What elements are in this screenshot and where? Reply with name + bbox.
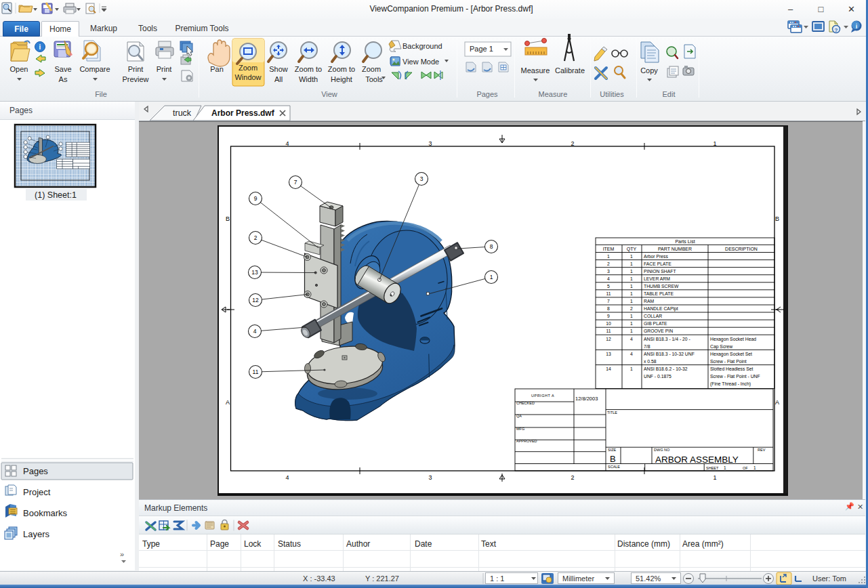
svg-text:2: 2	[571, 474, 574, 481]
svg-text:12/8/2003: 12/8/2003	[575, 396, 598, 402]
svg-text:9: 9	[254, 195, 257, 202]
svg-text:1: 1	[753, 465, 756, 470]
svg-text:View Mode: View Mode	[402, 58, 439, 66]
svg-text:Page 1: Page 1	[470, 45, 493, 53]
svg-text:3: 3	[428, 140, 432, 147]
svg-text:4: 4	[607, 276, 610, 281]
svg-text:1: 1	[713, 474, 716, 481]
svg-text:QA: QA	[516, 414, 522, 418]
svg-text:13: 13	[251, 269, 258, 276]
svg-text:DWG NO: DWG NO	[654, 448, 670, 452]
svg-text:Window: Window	[234, 73, 261, 81]
svg-text:Background: Background	[402, 42, 442, 50]
svg-text:A: A	[775, 399, 779, 406]
svg-text:1: 1	[630, 329, 633, 333]
svg-text:Zoom to: Zoom to	[295, 65, 322, 73]
svg-text:PINION SHAFT: PINION SHAFT	[644, 269, 676, 274]
svg-text:truck: truck	[173, 108, 192, 118]
svg-text:3: 3	[607, 269, 610, 274]
svg-text:Preview: Preview	[122, 75, 148, 83]
svg-text:Arbor Press: Arbor Press	[644, 254, 668, 259]
svg-text:2: 2	[571, 140, 574, 147]
svg-text:DESCRIPTION: DESCRIPTION	[725, 247, 758, 251]
svg-text:11: 11	[606, 291, 611, 296]
svg-text:i: i	[856, 23, 858, 30]
svg-text:Measure: Measure	[521, 66, 550, 75]
svg-text:Slotted Headless Set: Slotted Headless Set	[710, 366, 753, 371]
svg-text:Width: Width	[299, 75, 318, 83]
svg-text:2: 2	[607, 261, 610, 266]
svg-text:i: i	[39, 43, 41, 51]
svg-text:FACE PLATE: FACE PLATE	[644, 261, 671, 266]
svg-text:1: 1	[630, 269, 633, 274]
svg-text:Print: Print	[128, 65, 144, 73]
svg-text:SIZE: SIZE	[608, 448, 617, 452]
svg-text:Project: Project	[23, 487, 51, 497]
svg-text:HANDLE CAPlpt: HANDLE CAPlpt	[644, 306, 678, 312]
svg-text:1: 1	[630, 314, 633, 318]
svg-text:B: B	[775, 215, 779, 222]
svg-text:Zoom: Zoom	[362, 65, 381, 73]
svg-text:Tools: Tools	[365, 75, 383, 83]
svg-text:Hexagon Socket Set: Hexagon Socket Set	[710, 352, 752, 357]
svg-text:2: 2	[254, 234, 257, 241]
svg-text:Arbor Press.dwf: Arbor Press.dwf	[211, 108, 275, 118]
svg-text:SCALE: SCALE	[608, 465, 620, 469]
svg-text:8: 8	[490, 243, 493, 250]
svg-text:?: ?	[835, 27, 838, 33]
svg-text:B: B	[610, 454, 616, 464]
svg-text:1: 1	[630, 321, 633, 326]
svg-text:All: All	[274, 75, 283, 83]
svg-text:11: 11	[253, 369, 259, 375]
svg-text:Screw - Flat Point - UNF: Screw - Flat Point - UNF	[710, 374, 760, 379]
svg-text:1: 1	[630, 291, 633, 296]
svg-text:ANSI B18.3 - 10-32 UNF: ANSI B18.3 - 10-32 UNF	[644, 352, 695, 356]
svg-text:LEVER ARM: LEVER ARM	[644, 276, 670, 281]
svg-text:12: 12	[606, 337, 611, 341]
svg-text:»: »	[120, 550, 124, 558]
svg-text:(Fine Thread - Inch): (Fine Thread - Inch)	[710, 381, 751, 387]
svg-text:Show: Show	[269, 65, 288, 73]
svg-text:2: 2	[630, 306, 633, 311]
svg-text:OF: OF	[743, 466, 748, 470]
svg-text:10: 10	[606, 321, 611, 326]
svg-text:UNF - 0.1875: UNF - 0.1875	[644, 374, 671, 379]
svg-text:ARBOR ASSEMBLY: ARBOR ASSEMBLY	[655, 455, 739, 465]
svg-text:4: 4	[285, 474, 289, 481]
svg-text:4: 4	[630, 337, 633, 341]
svg-text:Cap Screw: Cap Screw	[710, 344, 732, 350]
svg-text:Calibrate: Calibrate	[555, 66, 585, 75]
svg-text:1: 1	[630, 299, 633, 303]
svg-text:9: 9	[607, 314, 610, 318]
svg-text:7: 7	[607, 299, 610, 303]
svg-text:RAM: RAM	[644, 299, 654, 303]
svg-text:Screw - Flat Point: Screw - Flat Point	[710, 359, 747, 364]
svg-text:A: A	[226, 399, 230, 406]
svg-text:x 0.58: x 0.58	[644, 359, 657, 364]
svg-text:ANSI B18.6.2 - 10-32: ANSI B18.6.2 - 10-32	[644, 366, 688, 371]
svg-text:5: 5	[607, 284, 610, 289]
svg-text:Bookmarks: Bookmarks	[23, 508, 68, 518]
svg-text:Compare: Compare	[79, 65, 110, 73]
svg-text:THUMB SCREW: THUMB SCREW	[644, 284, 679, 289]
svg-text:Open: Open	[10, 65, 28, 73]
svg-text:3: 3	[428, 474, 432, 481]
svg-text:1: 1	[630, 261, 633, 266]
svg-text:REV: REV	[758, 448, 766, 452]
svg-text:8: 8	[607, 306, 610, 311]
svg-text:CHECKED: CHECKED	[516, 401, 535, 405]
svg-text:7/8: 7/8	[644, 344, 650, 349]
svg-text:As: As	[59, 75, 68, 83]
svg-text:1: 1	[607, 254, 610, 259]
svg-text:ITEM: ITEM	[603, 247, 615, 251]
svg-text:GROOVE PIN: GROOVE PIN	[644, 329, 673, 333]
svg-text:SHEET: SHEET	[706, 466, 719, 470]
svg-text:12: 12	[252, 297, 259, 303]
svg-text:4: 4	[285, 140, 289, 147]
svg-text:11: 11	[606, 329, 611, 333]
svg-text:PART NUMBER: PART NUMBER	[658, 247, 692, 251]
svg-text:GIB PLATE: GIB PLATE	[644, 321, 667, 326]
svg-text:14: 14	[606, 366, 611, 371]
svg-text:(1) Sheet:1: (1) Sheet:1	[35, 190, 77, 200]
svg-text:Hexagon Socket Head: Hexagon Socket Head	[710, 337, 756, 342]
